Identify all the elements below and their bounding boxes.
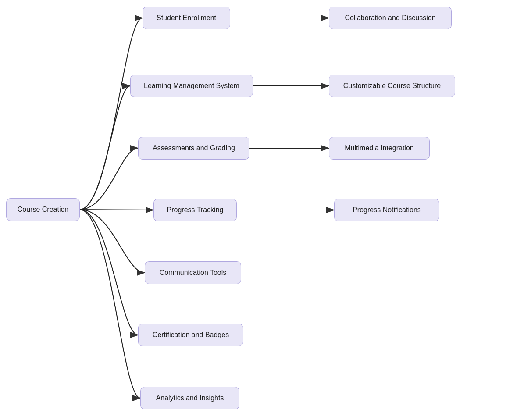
node-collab_discussion: Collaboration and Discussion bbox=[329, 7, 452, 29]
node-communication_tools: Communication Tools bbox=[145, 261, 241, 284]
connection-course_creation-learning_management bbox=[80, 86, 130, 210]
node-analytics_insights: Analytics and Insights bbox=[140, 387, 239, 409]
connection-course_creation-progress_tracking bbox=[80, 210, 153, 210]
node-assessments_grading: Assessments and Grading bbox=[138, 137, 249, 160]
node-progress_notifications: Progress Notifications bbox=[334, 199, 439, 221]
connection-course_creation-analytics_insights bbox=[80, 210, 140, 398]
connection-course_creation-student_enrollment bbox=[80, 18, 143, 210]
node-customizable_course: Customizable Course Structure bbox=[329, 75, 455, 97]
node-learning_management: Learning Management System bbox=[130, 75, 253, 97]
connection-course_creation-assessments_grading bbox=[80, 148, 138, 210]
node-multimedia_integration: Multimedia Integration bbox=[329, 137, 430, 160]
node-progress_tracking: Progress Tracking bbox=[153, 199, 237, 221]
node-course_creation: Course Creation bbox=[6, 198, 80, 221]
node-student_enrollment: Student Enrollment bbox=[143, 7, 230, 29]
node-certification_badges: Certification and Badges bbox=[138, 324, 243, 346]
connection-course_creation-communication_tools bbox=[80, 210, 145, 273]
